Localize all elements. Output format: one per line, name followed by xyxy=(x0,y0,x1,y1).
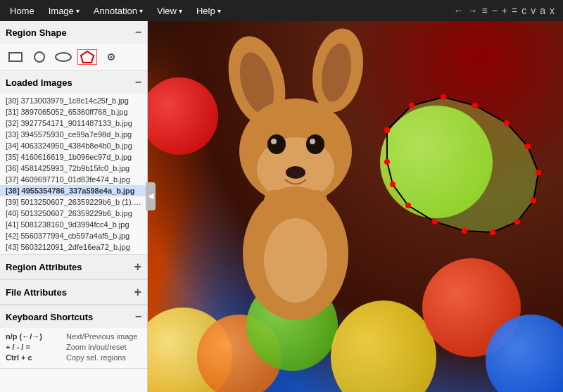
region-shape-header: Region Shape − xyxy=(0,21,147,44)
shortcut-key: Ctrl + c xyxy=(6,353,62,362)
region-shape-toggle[interactable]: − xyxy=(135,27,141,38)
prev-icon[interactable]: ← xyxy=(453,5,463,16)
svg-rect-0 xyxy=(9,53,22,61)
region-attributes-add-btn[interactable]: + xyxy=(134,260,141,273)
menu-view-arrow: ▾ xyxy=(179,7,182,15)
file-attributes-header: File Attributes + xyxy=(0,280,147,305)
sidebar: Region Shape − xyxy=(0,21,148,392)
loaded-images-section: Loaded Images − [30] 3713003979_1c8c14c2… xyxy=(0,71,147,255)
region-shape-section: Region Shape − xyxy=(0,21,147,71)
zoom-in-icon[interactable]: + xyxy=(502,5,507,16)
main-content: Region Shape − xyxy=(0,21,563,392)
dog-image xyxy=(148,21,563,392)
region-shape-tools xyxy=(0,44,147,70)
menu-image[interactable]: Image ▾ xyxy=(42,0,87,21)
svg-point-13 xyxy=(306,134,324,154)
menu-home[interactable]: Home xyxy=(3,0,42,21)
svg-point-12 xyxy=(267,134,286,154)
image-list-item[interactable]: [32] 3927754171_9011487133_b.jpg xyxy=(0,118,147,129)
copy-icon[interactable]: c xyxy=(521,5,526,16)
image-list-item[interactable]: [40] 5013250607_26359229b6_b.jpg xyxy=(0,208,147,219)
image-list-item[interactable]: [37] 4609697710_01d83fe474_b.jpg xyxy=(0,174,147,185)
image-list-item[interactable]: [38] 4955354786_337a598e4a_b.jpg xyxy=(0,185,147,196)
canvas-area[interactable] xyxy=(148,21,563,392)
image-list-item[interactable]: [41] 5081238160_9d3994fcc4_b.jpg xyxy=(0,219,147,230)
file-attributes-section: File Attributes + xyxy=(0,280,147,305)
region-shape-title: Region Shape xyxy=(6,27,67,38)
shortcut-desc: Next/Previous image xyxy=(66,332,138,341)
shortcut-desc: Copy sel. regions xyxy=(66,353,126,362)
image-list-item[interactable]: [30] 3713003979_1c8c14c25f_b.jpg xyxy=(0,95,147,106)
region-attributes-header: Region Attributes + xyxy=(0,255,147,279)
sidebar-toggle-btn[interactable]: ◀ xyxy=(146,182,156,210)
loaded-images-list: [30] 3713003979_1c8c14c25f_b.jpg[31] 389… xyxy=(0,94,147,254)
polygon-tool[interactable] xyxy=(77,49,97,65)
svg-point-5 xyxy=(110,56,113,58)
svg-point-19 xyxy=(264,218,327,303)
region-attributes-title: Region Attributes xyxy=(6,262,82,272)
svg-point-14 xyxy=(271,139,277,144)
select-all-icon[interactable]: a xyxy=(540,5,545,16)
zoom-out-icon[interactable]: − xyxy=(492,5,498,16)
image-list-item[interactable]: [34] 4063324950_4384b8e4b0_b.jpg xyxy=(0,140,147,151)
image-list-item[interactable]: [36] 4581425993_72b9b15fc0_b.jpg xyxy=(0,163,147,174)
delete-icon[interactable]: x xyxy=(550,5,555,16)
menu-help-arrow: ▾ xyxy=(217,7,221,15)
region-attributes-section: Region Attributes + xyxy=(0,255,147,280)
circle-tool[interactable] xyxy=(30,49,49,65)
image-list-item[interactable]: [39] 5013250607_26359229b6_b (1).jpg xyxy=(0,196,147,208)
shortcut-key: + / - / = xyxy=(6,343,62,351)
svg-point-2 xyxy=(56,53,71,61)
list-icon[interactable]: ≡ xyxy=(481,5,487,16)
shortcut-row: Ctrl + cCopy sel. regions xyxy=(6,353,141,362)
file-attributes-add-btn[interactable]: + xyxy=(134,286,141,298)
zoom-reset-icon[interactable]: = xyxy=(512,5,517,16)
keyboard-shortcuts-title: Keyboard Shortcuts xyxy=(6,312,93,322)
menu-help[interactable]: Help ▾ xyxy=(189,0,228,21)
shortcut-key: n/p (←/→) xyxy=(6,332,62,341)
file-attributes-title: File Attributes xyxy=(6,287,67,298)
svg-point-15 xyxy=(310,139,315,144)
menu-view[interactable]: View ▾ xyxy=(150,0,189,21)
image-list-item[interactable]: [35] 4160616619_1b096ec97d_b.jpg xyxy=(0,151,147,163)
loaded-images-title: Loaded Images xyxy=(6,77,72,88)
image-list-item[interactable]: [31] 3897065052_65360ff768_b.jpg xyxy=(0,106,147,118)
menu-annotation[interactable]: Annotation ▾ xyxy=(87,0,150,21)
svg-point-16 xyxy=(286,166,305,179)
shortcuts-content: n/p (←/→)Next/Previous image+ / - / =Zoo… xyxy=(0,328,147,368)
keyboard-shortcuts-header: Keyboard Shortcuts − xyxy=(0,305,147,328)
menu-image-arrow: ▾ xyxy=(76,7,80,15)
keyboard-shortcuts-toggle[interactable]: − xyxy=(135,311,141,322)
toolbar-icons: ← → ≡ − + = c v a x xyxy=(448,5,560,16)
image-list-item[interactable]: [43] 5603212091_2dfe16ea72_b.jpg xyxy=(0,241,147,253)
keyboard-shortcuts-section: Keyboard Shortcuts − n/p (←/→)Next/Previ… xyxy=(0,305,147,369)
shortcut-row: + / - / =Zoom in/out/reset xyxy=(6,343,141,351)
menubar: Home Image ▾ Annotation ▾ View ▾ Help ▾ … xyxy=(0,0,563,21)
next-icon[interactable]: → xyxy=(467,5,477,16)
paste-icon[interactable]: v xyxy=(531,5,536,16)
image-list-item[interactable]: [42] 5560377994_cb597a4af5_b.jpg xyxy=(0,230,147,241)
svg-point-1 xyxy=(34,52,44,62)
shortcut-row: n/p (←/→)Next/Previous image xyxy=(6,332,141,341)
loaded-images-header: Loaded Images − xyxy=(0,71,147,94)
svg-marker-3 xyxy=(81,51,94,63)
point-tool[interactable] xyxy=(101,49,121,65)
ellipse-tool[interactable] xyxy=(53,49,73,65)
image-list-item[interactable]: [33] 3945575930_ce99a7e98d_b.jpg xyxy=(0,129,147,140)
shortcut-desc: Zoom in/out/reset xyxy=(66,343,127,351)
rectangle-tool[interactable] xyxy=(6,49,25,65)
menu-annotation-arrow: ▾ xyxy=(139,7,143,15)
loaded-images-toggle[interactable]: − xyxy=(135,77,141,88)
